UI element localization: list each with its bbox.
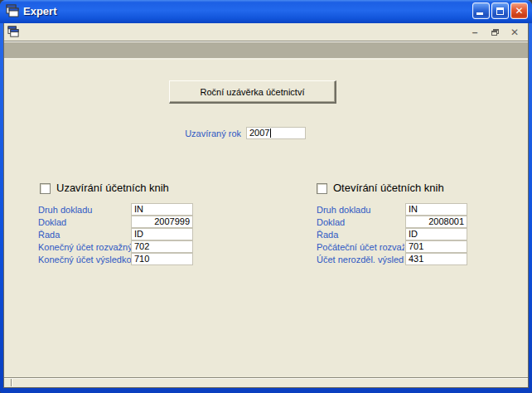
closing-rada-input[interactable]: ID [131, 228, 193, 240]
maximize-icon [496, 7, 504, 15]
opening-field-label: Počáteční účet rozvažný [317, 241, 404, 253]
opening-doklad-input[interactable]: 2008001 [405, 216, 467, 228]
close-icon: ✕ [515, 6, 523, 16]
closing-field-label: Řada [38, 229, 131, 240]
toolbar [4, 41, 528, 60]
window-title: Expert [23, 5, 472, 17]
opening-initial-balance-account-input[interactable]: 701 [405, 240, 467, 253]
app-window: Expert ✕ – ✕ [0, 0, 532, 393]
opening-books-label: Otevírání účetních knih [333, 182, 444, 195]
mdi-close-button[interactable]: ✕ [508, 27, 521, 38]
closing-druh-dokladu-input[interactable]: IN [131, 203, 193, 216]
closing-final-balance-account-input[interactable]: 702 [131, 240, 193, 253]
close-icon: ✕ [510, 27, 519, 37]
closing-field-label: Doklad [38, 216, 131, 228]
opening-field-label: Druh dokladu [317, 204, 404, 216]
minimize-icon [476, 12, 483, 15]
year-label: Uzavíraný rok [128, 128, 241, 139]
mdi-child-bar: – ✕ [4, 23, 528, 41]
title-bar[interactable]: Expert ✕ [0, 0, 532, 23]
minimize-icon: – [472, 27, 478, 37]
restore-icon [491, 29, 499, 36]
opening-field-label: Účet nerozděl. výsledku [317, 254, 404, 265]
maximize-button[interactable] [491, 2, 509, 19]
closing-field-label: Druh dokladu [38, 204, 131, 216]
opening-druh-dokladu-input[interactable]: IN [405, 203, 467, 216]
closing-books-checkbox[interactable] [40, 183, 51, 194]
mdi-controls: – ✕ [468, 27, 521, 38]
window-controls: ✕ [472, 2, 528, 19]
opening-rada-input[interactable]: ID [405, 228, 467, 240]
window-frame: – ✕ Roční uzávěrka účetnictví Uzavíraný … [3, 23, 529, 388]
closing-books-label: Uzavírání účetních knih [56, 182, 169, 195]
form-window-icon [7, 26, 20, 38]
opening-field-label: Řada [317, 229, 404, 240]
text-caret [270, 129, 271, 138]
mdi-minimize-button[interactable]: – [468, 27, 481, 38]
closing-final-result-account-input[interactable]: 710 [131, 253, 193, 265]
form-content: Roční uzávěrka účetnictví Uzavíraný rok … [4, 60, 528, 377]
mdi-restore-button[interactable] [488, 27, 501, 38]
closing-doklad-input[interactable]: 2007999 [131, 216, 193, 228]
status-bar-divider [11, 379, 12, 386]
closing-field-label: Konečný účet rozvažný [38, 241, 131, 253]
annual-closure-button[interactable]: Roční uzávěrka účetnictví [169, 80, 336, 104]
closing-field-label: Konečný účet výsledkový [38, 254, 131, 265]
year-input[interactable]: 2007 [246, 127, 306, 139]
status-bar [4, 377, 528, 387]
opening-field-label: Doklad [317, 216, 404, 228]
opening-books-checkbox[interactable] [317, 183, 327, 194]
minimize-button[interactable] [472, 2, 490, 19]
close-button[interactable]: ✕ [510, 2, 528, 19]
app-form-icon [6, 4, 19, 17]
opening-retained-result-account-input[interactable]: 431 [405, 253, 467, 265]
